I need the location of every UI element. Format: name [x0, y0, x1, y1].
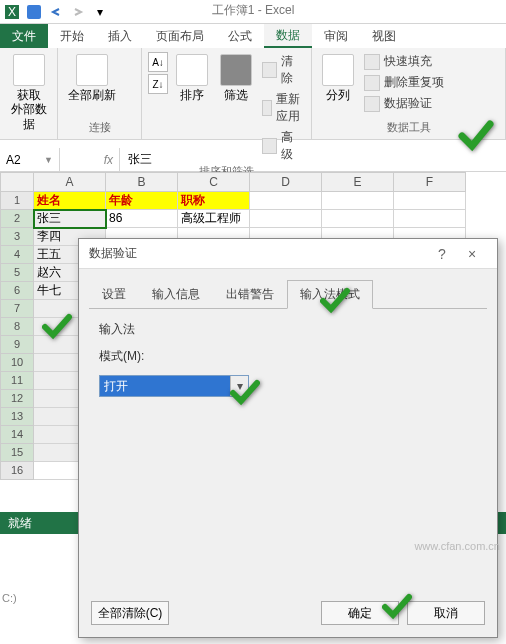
remove-duplicates-button[interactable]: 删除重复项 [362, 73, 446, 92]
section-label-ime: 输入法 [99, 321, 477, 338]
ribbon-tabs: 文件 开始 插入 页面布局 公式 数据 审阅 视图 [0, 24, 506, 48]
row-header[interactable]: 15 [0, 444, 34, 462]
formula-input[interactable]: 张三 [120, 151, 160, 168]
tab-view[interactable]: 视图 [360, 24, 408, 48]
row-header[interactable]: 11 [0, 372, 34, 390]
row-header[interactable]: 3 [0, 228, 34, 246]
row-header[interactable]: 1 [0, 192, 34, 210]
clear-filter-button[interactable]: 清除 [260, 52, 305, 88]
cancel-button[interactable]: 取消 [407, 601, 485, 625]
cell[interactable] [322, 192, 394, 210]
fx-button[interactable]: fx [60, 148, 120, 171]
row-header[interactable]: 5 [0, 264, 34, 282]
row-header[interactable]: 12 [0, 390, 34, 408]
reapply-icon [262, 100, 272, 116]
mode-label: 模式(M): [99, 348, 477, 365]
tab-file[interactable]: 文件 [0, 24, 48, 48]
tab-data[interactable]: 数据 [264, 24, 312, 48]
cell[interactable]: 年龄 [106, 192, 178, 210]
tab-review[interactable]: 审阅 [312, 24, 360, 48]
tab-formulas[interactable]: 公式 [216, 24, 264, 48]
namebox-dropdown-icon[interactable]: ▼ [44, 155, 53, 165]
svg-rect-2 [27, 5, 41, 19]
row-header[interactable]: 16 [0, 462, 34, 480]
combobox-dropdown-icon[interactable]: ▾ [230, 376, 248, 396]
cell[interactable]: 职称 [178, 192, 250, 210]
drive-text: C:) [2, 592, 17, 604]
undo-icon[interactable] [48, 4, 64, 20]
dialog-help-button[interactable]: ? [427, 246, 457, 262]
tab-home[interactable]: 开始 [48, 24, 96, 48]
row-header[interactable]: 4 [0, 246, 34, 264]
redo-icon[interactable] [70, 4, 86, 20]
row-header[interactable]: 10 [0, 354, 34, 372]
col-header-d[interactable]: D [250, 172, 322, 192]
cell[interactable] [322, 210, 394, 228]
save-icon[interactable] [26, 4, 42, 20]
row-header[interactable]: 13 [0, 408, 34, 426]
data-validation-button[interactable]: 数据验证 [362, 94, 446, 113]
sort-asc-button[interactable]: A↓ [148, 52, 168, 72]
dialog-tab-ime-mode[interactable]: 输入法模式 [287, 280, 373, 309]
advanced-filter-button[interactable]: 高级 [260, 128, 305, 164]
data-validation-icon [364, 96, 380, 112]
sort-button[interactable]: 排序 [172, 52, 212, 104]
clear-icon [262, 62, 277, 78]
watermark-text: www.cfan.com.cn [414, 540, 500, 552]
col-header-f[interactable]: F [394, 172, 466, 192]
cell[interactable]: 张三 [34, 210, 106, 228]
mode-value: 打开 [100, 376, 230, 396]
sort-icon [176, 54, 208, 86]
get-external-data-button[interactable]: 获取 外部数据 [6, 52, 51, 133]
cell[interactable]: 86 [106, 210, 178, 228]
advanced-icon [262, 138, 277, 154]
dialog-tab-settings[interactable]: 设置 [89, 280, 139, 309]
reapply-button[interactable]: 重新应用 [260, 90, 305, 126]
group-label-connections: 连接 [64, 120, 135, 135]
window-title: 工作簿1 - Excel [212, 2, 295, 19]
dialog-tab-input-message[interactable]: 输入信息 [139, 280, 213, 309]
col-header-c[interactable]: C [178, 172, 250, 192]
ribbon-data: 获取 外部数据 全部刷新 连接 A↓ Z↓ 排序 筛选 [0, 48, 506, 140]
sort-desc-button[interactable]: Z↓ [148, 74, 168, 94]
cell[interactable] [394, 210, 466, 228]
cell[interactable] [394, 192, 466, 210]
data-validation-dialog: 数据验证 ? × 设置 输入信息 出错警告 输入法模式 输入法 模式(M): 打… [78, 238, 498, 638]
tab-insert[interactable]: 插入 [96, 24, 144, 48]
refresh-all-button[interactable]: 全部刷新 [64, 52, 120, 104]
col-header-a[interactable]: A [34, 172, 106, 192]
quick-access-toolbar: X ▾ 工作簿1 - Excel [0, 0, 506, 24]
cell[interactable] [250, 210, 322, 228]
row-header[interactable]: 8 [0, 318, 34, 336]
excel-icon: X [4, 4, 20, 20]
dialog-close-button[interactable]: × [457, 246, 487, 262]
clear-all-button[interactable]: 全部清除(C) [91, 601, 169, 625]
row-header[interactable]: 7 [0, 300, 34, 318]
col-header-e[interactable]: E [322, 172, 394, 192]
remove-dup-icon [364, 75, 380, 91]
select-all-corner[interactable] [0, 172, 34, 192]
text-to-cols-icon [322, 54, 354, 86]
cell[interactable] [250, 192, 322, 210]
group-label-data-tools: 数据工具 [318, 120, 499, 135]
row-header[interactable]: 9 [0, 336, 34, 354]
row-header[interactable]: 6 [0, 282, 34, 300]
row-header[interactable]: 2 [0, 210, 34, 228]
name-box[interactable]: A2▼ [0, 148, 60, 171]
filter-icon [220, 54, 252, 86]
dialog-tab-error-alert[interactable]: 出错警告 [213, 280, 287, 309]
filter-button[interactable]: 筛选 [216, 52, 256, 104]
cell[interactable]: 姓名 [34, 192, 106, 210]
svg-text:X: X [8, 5, 16, 19]
cell[interactable]: 高级工程师 [178, 210, 250, 228]
refresh-icon [76, 54, 108, 86]
row-header[interactable]: 14 [0, 426, 34, 444]
tab-layout[interactable]: 页面布局 [144, 24, 216, 48]
ok-button[interactable]: 确定 [321, 601, 399, 625]
text-to-columns-button[interactable]: 分列 [318, 52, 358, 104]
mode-combobox[interactable]: 打开 ▾ [99, 375, 249, 397]
flash-fill-button[interactable]: 快速填充 [362, 52, 446, 71]
col-header-b[interactable]: B [106, 172, 178, 192]
dialog-title: 数据验证 [89, 245, 427, 262]
customize-qat-icon[interactable]: ▾ [92, 4, 108, 20]
